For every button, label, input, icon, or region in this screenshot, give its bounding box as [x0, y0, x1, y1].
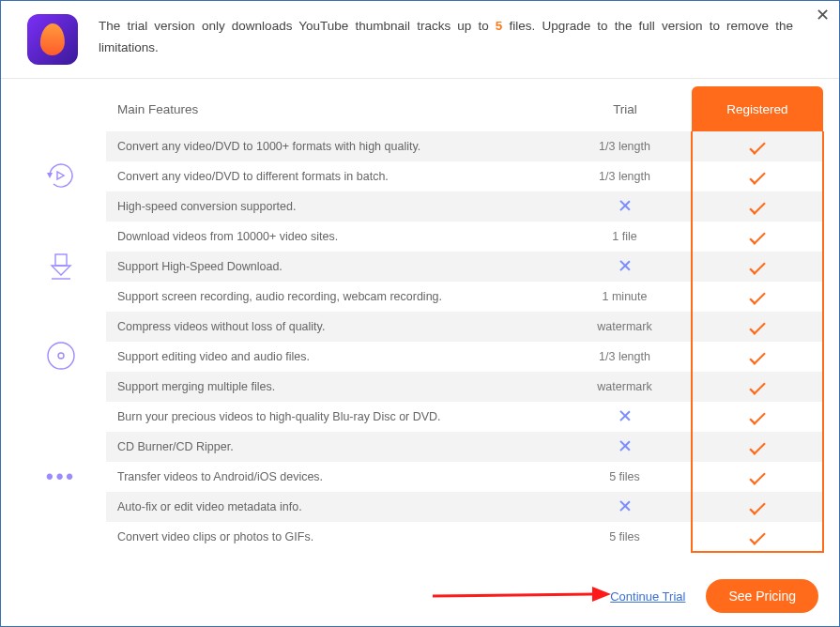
registered-cell [692, 252, 823, 282]
cross-icon [619, 199, 632, 212]
feature-cell: Auto-fix or edit video metadata info. [106, 492, 558, 522]
col-header-icon [16, 86, 106, 131]
feature-cell: Convert video clips or photos to GIFs. [106, 522, 558, 552]
registered-cell [692, 282, 823, 312]
check-icon [749, 228, 766, 245]
feature-cell: Support screen recording, audio recordin… [106, 282, 558, 312]
trial-cell [558, 191, 692, 222]
trial-cell [558, 252, 692, 282]
convert-icon [42, 157, 80, 194]
registered-cell [692, 402, 823, 432]
feature-cell: Support High-Speed Download. [106, 252, 558, 282]
trial-cell: 1/3 length [558, 131, 692, 161]
feature-cell: Compress videos without loss of quality. [106, 312, 558, 342]
annotation-arrow [433, 583, 611, 607]
table-row: Support editing video and audio files.1/… [16, 342, 823, 372]
svg-marker-0 [47, 173, 53, 178]
svg-marker-1 [57, 172, 64, 179]
check-icon [749, 408, 766, 425]
feature-cell: High-speed conversion supported. [106, 191, 558, 222]
table-row: Support merging multiple files.watermark [16, 372, 823, 402]
download-icon [42, 247, 80, 284]
cross-icon [619, 439, 632, 452]
check-icon [749, 378, 766, 395]
svg-marker-8 [592, 587, 611, 602]
feature-cell: Convert any video/DVD to 1000+ formats w… [106, 131, 558, 161]
check-icon [749, 198, 766, 215]
check-icon [749, 318, 766, 335]
trial-cell: 5 files [558, 462, 692, 492]
trial-cell: watermark [558, 372, 692, 402]
trial-cell [558, 432, 692, 462]
registered-cell [692, 522, 823, 552]
registered-cell [692, 222, 823, 252]
more-icon: ••• [46, 465, 76, 488]
registered-cell [692, 161, 823, 191]
col-header-features: Main Features [106, 86, 558, 131]
check-icon [749, 168, 766, 185]
svg-point-5 [48, 343, 74, 369]
trial-cell: 1 minute [558, 282, 692, 312]
table-row: High-speed conversion supported. [16, 191, 823, 222]
group-icon-cell [16, 312, 106, 402]
continue-trial-link[interactable]: Continue Trial [610, 589, 685, 604]
cross-icon [619, 409, 632, 422]
feature-cell: Support merging multiple files. [106, 372, 558, 402]
trial-notice-text: The trial version only downloads YouTube… [99, 14, 793, 59]
registered-cell [692, 191, 823, 222]
flame-icon [39, 23, 65, 56]
registered-cell [692, 372, 823, 402]
table-row: CD Burner/CD Ripper. [16, 432, 823, 462]
table-row: Convert video clips or photos to GIFs.5 … [16, 522, 823, 552]
table-row: Support screen recording, audio recordin… [16, 282, 823, 312]
feature-cell: Support editing video and audio files. [106, 342, 558, 372]
trial-cell: 1/3 length [558, 342, 692, 372]
svg-rect-2 [55, 254, 67, 266]
check-icon [749, 498, 766, 515]
check-icon [749, 258, 766, 275]
table-row: Convert any video/DVD to 1000+ formats w… [16, 131, 823, 161]
group-icon-cell [16, 131, 106, 222]
col-header-trial: Trial [558, 86, 692, 131]
group-icon-cell [16, 222, 106, 312]
disc-icon [42, 337, 80, 375]
check-icon [749, 348, 766, 365]
check-icon [749, 528, 766, 545]
registered-cell [692, 131, 823, 161]
table-row: Auto-fix or edit video metadata info. [16, 492, 823, 522]
registered-cell [692, 432, 823, 462]
feature-cell: Convert any video/DVD to different forma… [106, 161, 558, 191]
cross-icon [619, 499, 632, 512]
close-icon[interactable]: ✕ [816, 7, 830, 23]
table-row: Compress videos without loss of quality.… [16, 312, 823, 342]
registered-cell [692, 342, 823, 372]
table-row: Convert any video/DVD to different forma… [16, 161, 823, 191]
trial-cell: 1 file [558, 222, 692, 252]
feature-cell: CD Burner/CD Ripper. [106, 432, 558, 462]
trial-cell: watermark [558, 312, 692, 342]
registered-cell [692, 312, 823, 342]
app-logo [27, 14, 78, 65]
table-row: •••Burn your precious videos to high-qua… [16, 402, 823, 432]
trial-cell: 5 files [558, 522, 692, 552]
feature-cell: Transfer videos to Android/iOS devices. [106, 462, 558, 492]
trial-cell: 1/3 length [558, 161, 692, 191]
table-row: Transfer videos to Android/iOS devices.5… [16, 462, 823, 492]
check-icon [749, 438, 766, 455]
feature-cell: Burn your precious videos to high-qualit… [106, 402, 558, 432]
trial-cell [558, 492, 692, 522]
svg-marker-3 [52, 266, 70, 275]
check-icon [749, 138, 766, 155]
see-pricing-button[interactable]: See Pricing [706, 579, 818, 613]
registered-cell [692, 462, 823, 492]
header-banner: The trial version only downloads YouTube… [1, 1, 839, 79]
table-row: Download videos from 10000+ video sites.… [16, 222, 823, 252]
check-icon [749, 468, 766, 485]
cross-icon [619, 259, 632, 272]
trial-cell [558, 402, 692, 432]
svg-point-6 [58, 353, 64, 359]
svg-line-7 [433, 594, 592, 596]
registered-cell [692, 492, 823, 522]
feature-comparison-table: Main Features Trial Registered Convert a… [16, 86, 824, 553]
group-icon-cell: ••• [16, 402, 106, 552]
